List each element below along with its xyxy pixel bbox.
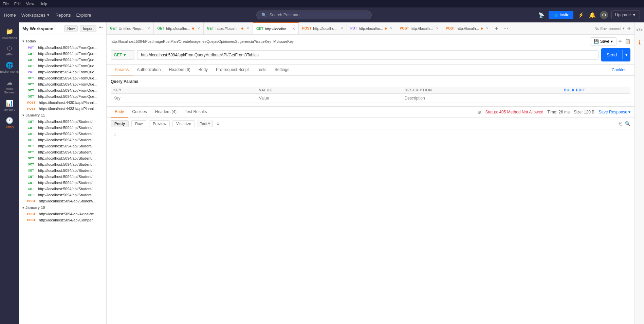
resp-tab-headers[interactable]: Headers (4) — [151, 107, 181, 118]
tab-post-2[interactable]: POST http://localh... ✕ — [396, 22, 442, 35]
list-item[interactable]: GET http://localhost:5094/api/FromQue... — [19, 57, 106, 63]
nav-workspaces[interactable]: Workspaces ▼ — [21, 13, 50, 18]
cookies-link[interactable]: Cookies — [608, 65, 630, 75]
nav-home[interactable]: Home — [4, 13, 16, 18]
menu-view[interactable]: View — [26, 2, 34, 6]
environment-selector[interactable]: No Environment ▾ 👁 — [591, 26, 634, 31]
list-item[interactable]: GET http://localhost:5094/api/Student/..… — [19, 167, 106, 174]
sidebar-item-environments[interactable]: 🌐 Environments — [0, 59, 19, 76]
sidebar-item-monitors[interactable]: 📊 Monitors — [0, 97, 19, 114]
url-input[interactable] — [137, 50, 599, 60]
list-item[interactable]: GET http://localhost:5094/api/Student/..… — [19, 180, 106, 186]
nav-reports[interactable]: Reports — [55, 13, 71, 18]
tab-body[interactable]: Body — [195, 65, 212, 75]
sidebar-tool-info[interactable]: ℹ — [637, 37, 643, 48]
menu-help[interactable]: Help — [39, 2, 47, 6]
history-group-jan11[interactable]: ▾ January 11 — [19, 112, 106, 119]
history-group-today[interactable]: ▾ Today — [19, 38, 106, 44]
list-item[interactable]: GET http://localhost:5094/api/Student/..… — [19, 192, 106, 198]
align-icon[interactable]: ≡ — [217, 121, 219, 126]
list-item[interactable]: GET http://localhost:5094/api/FromQue... — [19, 93, 106, 100]
sidebar-tool-code[interactable]: </> — [634, 25, 644, 35]
list-item[interactable]: GET http://localhost:5094/api/FromQue... — [19, 51, 106, 57]
list-item[interactable]: GET http://localhost:5094/api/FromQue... — [19, 81, 106, 87]
list-item[interactable]: GET http://localhost:5094/api/Student/..… — [19, 125, 106, 131]
list-item[interactable]: GET http://localhost:5094/api/Student/..… — [19, 149, 106, 155]
list-item[interactable]: PUT http://localhost:5094/api/FromQue... — [19, 69, 106, 75]
list-item[interactable]: GET http://localhost:5094/api/FromQue... — [19, 63, 106, 69]
raw-button[interactable]: Raw — [131, 120, 146, 127]
visualize-button[interactable]: Visualize — [172, 120, 195, 127]
tab-headers[interactable]: Headers (6) — [165, 65, 194, 75]
upgrade-button[interactable]: Upgrade ▼ — [611, 11, 640, 19]
menu-file[interactable]: File — [3, 2, 9, 6]
send-button[interactable]: Send ▾ — [601, 48, 630, 61]
satellite-icon[interactable]: 📡 — [537, 11, 545, 19]
list-item[interactable]: GET http://localhost:5094/api/Student/..… — [19, 174, 106, 180]
list-item[interactable]: GET http://localhost:5094/api/Student/..… — [19, 155, 106, 161]
tab-put-1[interactable]: PUT http://localho... ✕ — [347, 22, 397, 35]
list-item[interactable]: GET http://localhost:5094/api/FromQue... — [19, 87, 106, 93]
tab-untitled[interactable]: GET Untitled Requ... ✕ — [107, 22, 154, 35]
tab-close-icon[interactable]: ✕ — [197, 26, 200, 30]
edit-icon[interactable]: ✏ — [619, 39, 623, 44]
method-selector[interactable]: GET ▾ — [111, 50, 134, 60]
more-options-icon[interactable]: ••• — [98, 25, 103, 32]
list-item[interactable]: GET http://localhost:5094/api/Student/..… — [19, 143, 106, 149]
invite-button[interactable]: 👥 Invite — [549, 11, 573, 19]
tab-localho-1[interactable]: GET http://localho... ✕ — [154, 22, 203, 35]
tab-prerequest[interactable]: Pre-request Script — [212, 65, 253, 75]
list-item[interactable]: POST https://localhost:44331/api/Planni.… — [19, 106, 106, 112]
save-response-button[interactable]: Save Response ▾ — [599, 110, 630, 114]
settings-icon[interactable]: ⚙ — [600, 11, 608, 19]
tab-authorization[interactable]: Authorization — [133, 65, 165, 75]
menu-edit[interactable]: Edit — [14, 2, 21, 6]
copy-icon[interactable]: ⎘ — [619, 121, 622, 126]
send-dropdown-icon[interactable]: ▾ — [622, 50, 630, 59]
tab-tests[interactable]: Tests — [253, 65, 271, 75]
tab-close-icon[interactable]: ✕ — [486, 26, 489, 30]
list-item[interactable]: GET http://localhost:5094/api/Student/..… — [19, 161, 106, 167]
key-input[interactable] — [113, 96, 254, 101]
value-input[interactable] — [259, 96, 399, 101]
search-response-icon[interactable]: 🔍 — [625, 121, 630, 126]
tab-close-icon[interactable]: ✕ — [390, 26, 392, 30]
preview-button[interactable]: Preview — [149, 120, 170, 127]
text-format-selector[interactable]: Text ▾ — [198, 120, 213, 127]
pretty-button[interactable]: Pretty — [111, 120, 129, 127]
list-item[interactable]: POST http://localhost:5094/api/Student/.… — [19, 198, 106, 204]
list-item[interactable]: GET http://localhost:5094/api/Student/..… — [19, 131, 106, 137]
sidebar-item-apis[interactable]: ⬡ APIs — [0, 42, 19, 59]
list-item[interactable]: GET http://localhost:5094/api/Student/..… — [19, 119, 106, 125]
bulk-edit-header[interactable]: Bulk Edit — [561, 87, 630, 94]
list-item[interactable]: GET http://localhost:5094/api/FromQue... — [19, 75, 106, 81]
tab-params[interactable]: Params — [111, 65, 133, 75]
tab-close-icon[interactable]: ✕ — [246, 26, 249, 30]
search-input[interactable]: 🔍 Search Postman — [256, 11, 372, 19]
new-button[interactable]: New — [64, 25, 78, 32]
nav-explore[interactable]: Explore — [76, 13, 91, 18]
description-input[interactable] — [405, 96, 545, 101]
tab-close-icon[interactable]: ✕ — [341, 26, 343, 30]
list-item[interactable]: GET http://localhost:5094/api/Student/..… — [19, 137, 106, 143]
resp-tab-testresults[interactable]: Test Results — [181, 107, 211, 118]
tab-settings[interactable]: Settings — [271, 65, 293, 75]
tab-post-1[interactable]: POST http://localho... ✕ — [299, 22, 347, 35]
resp-tab-cookies[interactable]: Cookies — [128, 107, 151, 118]
globe-icon[interactable]: ⊕ — [477, 109, 481, 115]
save-button[interactable]: 💾 Save ▾ — [590, 37, 617, 46]
tab-localhs-2[interactable]: GET https://localh... ✕ — [204, 22, 253, 35]
env-settings-icon[interactable]: 👁 — [627, 26, 631, 31]
lightning-icon[interactable]: ⚡ — [577, 11, 585, 19]
description-icon[interactable]: 📋 — [625, 39, 630, 44]
sidebar-item-history[interactable]: 🕐 History — [0, 114, 19, 131]
history-group-jan10[interactable]: ▾ January 10 — [19, 204, 106, 211]
tab-post-3[interactable]: POST http://localh... ✕ — [442, 22, 492, 35]
tab-close-icon[interactable]: ✕ — [436, 26, 439, 30]
list-item[interactable]: PUT http://localhost:5094/api/FromQue... — [19, 44, 106, 51]
tab-localho-active[interactable]: GET http://localho... ✕ — [253, 22, 299, 35]
sidebar-item-collections[interactable]: 📁 Collections — [0, 25, 19, 42]
bell-icon[interactable]: 🔔 — [588, 11, 596, 19]
list-item[interactable]: GET http://localhost:5094/api/Student/..… — [19, 186, 106, 192]
list-item[interactable]: POST http://localhost:5094/api/Compan... — [19, 217, 106, 223]
